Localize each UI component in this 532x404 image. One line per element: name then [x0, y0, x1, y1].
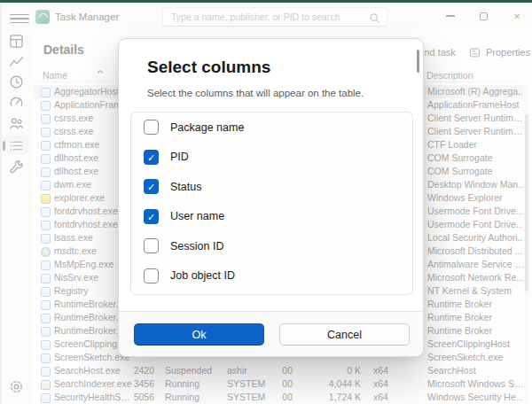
dialog-list-scrollbar[interactable] — [417, 50, 419, 73]
column-option[interactable]: ✓ Status — [131, 172, 412, 202]
checkbox[interactable] — [144, 268, 159, 284]
column-option[interactable]: ✓ User name — [131, 202, 412, 232]
dialog-subtitle: Select the columns that will appear on t… — [147, 88, 364, 98]
column-option[interactable]: ✓ PID — [131, 143, 412, 173]
checkbox[interactable] — [144, 120, 159, 135]
checkbox[interactable] — [144, 238, 159, 253]
column-option[interactable]: Package name — [131, 113, 412, 143]
column-options-list: Package name ✓ PID ✓ Status ✓ User name … — [130, 112, 413, 295]
column-option-label: Package name — [170, 121, 244, 134]
checkbox[interactable]: ✓ — [144, 179, 159, 194]
checkbox[interactable]: ✓ — [144, 209, 159, 224]
column-option[interactable]: Session ID — [131, 231, 412, 261]
cancel-button[interactable]: Cancel — [279, 323, 410, 346]
column-option-label: PID — [170, 151, 189, 163]
column-option[interactable]: Job object ID — [131, 261, 412, 291]
column-option-label: Status — [170, 181, 201, 193]
column-option-label: Job object ID — [170, 269, 235, 282]
dialog-title: Select columns — [147, 58, 270, 77]
column-option-label: User name — [170, 210, 224, 222]
column-option-label: Session ID — [170, 240, 223, 252]
select-columns-dialog: Select columns Select the columns that w… — [118, 38, 424, 357]
checkbox[interactable]: ✓ — [144, 150, 159, 165]
ok-button[interactable]: Ok — [134, 323, 264, 346]
dialog-footer: Ok Cancel — [119, 311, 423, 356]
